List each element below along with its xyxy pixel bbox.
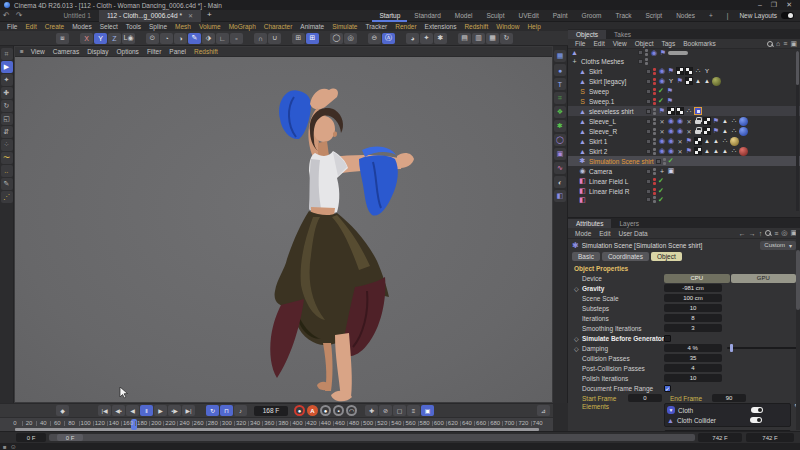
property-field[interactable]: 8	[664, 314, 722, 322]
tri-tag[interactable]: ▲	[721, 147, 729, 155]
property-field[interactable]: -981 cm	[664, 284, 722, 292]
eye-tag[interactable]: ◉	[658, 77, 666, 85]
new-layouts-label[interactable]: New Layouts	[739, 12, 777, 19]
property-field[interactable]: 35	[664, 354, 722, 362]
workplane-icon[interactable]: ✎	[188, 33, 201, 44]
property-checkbox[interactable]	[664, 335, 671, 342]
x-tag[interactable]: ✕	[676, 147, 684, 155]
viewport-menu-redshift[interactable]: Redshift	[190, 48, 222, 55]
menu-edit[interactable]: Edit	[21, 23, 40, 30]
dots-tag[interactable]: ∴	[685, 107, 693, 115]
tri-tag[interactable]: ▲	[694, 77, 702, 85]
home-icon[interactable]: ⌂	[776, 40, 780, 47]
x-tag[interactable]: ✕	[658, 127, 666, 135]
grid-icon[interactable]: ⊞	[292, 33, 305, 44]
live-selection-icon[interactable]: ▶	[1, 61, 13, 73]
model-mode-icon[interactable]: ◔	[160, 33, 173, 44]
tab-takes[interactable]: Takes	[606, 30, 639, 39]
layout-tab-groom[interactable]: Groom	[575, 10, 609, 22]
element-item-cloth[interactable]: ▼Cloth	[667, 405, 788, 415]
render-settings-icon[interactable]: ✱	[434, 33, 447, 44]
attr-tab-object[interactable]: Object	[651, 252, 682, 261]
document-tab[interactable]: Untitled 1	[55, 10, 98, 22]
search-icon[interactable]	[765, 230, 771, 236]
spline-icon[interactable]: ∿	[554, 162, 566, 174]
texture-mode-icon[interactable]: ◑	[174, 33, 187, 44]
tri-tag[interactable]: ▲	[712, 137, 720, 145]
sound-button[interactable]: ♪	[234, 405, 247, 416]
autokey-button[interactable]: A	[307, 405, 318, 416]
corner-icon[interactable]: ∟	[216, 33, 229, 44]
play-forward-button[interactable]: ▶	[154, 405, 167, 416]
menu-mesh[interactable]: Mesh	[171, 23, 195, 30]
object-row-linear-field-l[interactable]: ◧Linear Field L✓	[568, 176, 800, 186]
attr-tab-basic[interactable]: Basic	[572, 252, 600, 261]
visibility-dots[interactable]	[653, 168, 656, 175]
range-end-field[interactable]: 742 F	[746, 433, 794, 442]
nav-arrow-icon[interactable]: ←	[739, 230, 746, 237]
checker-tag[interactable]	[694, 147, 702, 155]
visibility-dots[interactable]	[653, 98, 656, 105]
menu-animate[interactable]: Animate	[296, 23, 328, 30]
viewport-hamburger-icon[interactable]: ≡	[18, 48, 26, 55]
scale-toggle[interactable]: ⊘	[379, 405, 392, 416]
gpu-button[interactable]: GPU	[731, 274, 797, 283]
subdivision-icon[interactable]: ⌗	[554, 92, 566, 104]
objects-menu-file[interactable]: File	[571, 40, 589, 47]
object-row-sleeve-r[interactable]: ▲Sleeve_R✕◉◉✕⚑▲∴	[568, 126, 800, 136]
element-enable-toggle[interactable]	[750, 417, 762, 423]
tri-tag[interactable]: ▲	[703, 137, 711, 145]
viewport-menu-panel[interactable]: Panel	[165, 48, 190, 55]
tab-objects[interactable]: Objects	[568, 30, 606, 39]
visibility-dots[interactable]	[653, 128, 656, 135]
record-rotation-button[interactable]: ◠	[346, 405, 357, 416]
flag-tag[interactable]: ⚑	[667, 67, 675, 75]
menu-extensions[interactable]: Extensions	[421, 23, 461, 30]
status-history-icon[interactable]: ⊙	[11, 443, 16, 450]
pick-tool-icon[interactable]: ✦	[1, 74, 13, 86]
viewport-menu-cameras[interactable]: Cameras	[49, 48, 83, 55]
pla-toggle[interactable]: ▣	[421, 405, 434, 416]
tri-tag[interactable]: ▲	[712, 147, 720, 155]
tab-layers[interactable]: Layers	[611, 219, 647, 228]
record-button[interactable]: ●	[294, 405, 305, 416]
property-field[interactable]: 10	[664, 374, 722, 382]
hanger-tag[interactable]: Y	[667, 77, 675, 85]
object-enable-checkbox[interactable]	[646, 197, 651, 202]
undo-icon[interactable]: ↶	[3, 11, 10, 20]
maximize-button[interactable]: ❐	[771, 1, 777, 9]
dots-tag[interactable]: ∴	[730, 127, 738, 135]
anim-diamond-icon[interactable]: ◇	[574, 345, 582, 352]
viewport-menu-filter[interactable]: Filter	[143, 48, 165, 55]
objects-scrollbar[interactable]	[796, 51, 799, 211]
material-sphere-tag[interactable]	[712, 77, 721, 86]
checker-tag[interactable]	[685, 77, 693, 85]
panel-option-icon[interactable]: ≡	[774, 230, 778, 237]
menu-help[interactable]: Help	[523, 23, 544, 30]
x-tag[interactable]: ✕	[658, 117, 666, 125]
visibility-dots[interactable]	[653, 118, 656, 125]
lock-tag[interactable]	[694, 117, 702, 125]
eye-tag[interactable]: ◉	[650, 49, 658, 56]
object-row-sleeveless-shirt[interactable]: ▲sleeveless shirt⚑∴	[568, 106, 800, 116]
property-checkbox[interactable]: ✓	[664, 385, 671, 392]
play-mode-button[interactable]: ⊓	[220, 405, 233, 416]
brush-icon[interactable]: ⋰	[1, 191, 13, 203]
flag-tag[interactable]: ⚑	[712, 117, 720, 125]
x-tag[interactable]: ✕	[685, 117, 693, 125]
coord-system-button[interactable]: L◉	[122, 33, 135, 44]
grid-snap-icon[interactable]: ⊞	[306, 33, 319, 44]
object-row-linear-field-r[interactable]: ◧Linear Field R✓	[568, 186, 800, 196]
tri-tag[interactable]: ▲	[703, 147, 711, 155]
layout-3-icon[interactable]: ▦	[486, 33, 499, 44]
magnet-icon[interactable]: ∩	[254, 33, 267, 44]
generator-gear-icon[interactable]: ✱	[554, 120, 566, 132]
object-row-sweep[interactable]: SSweep✓⚑	[568, 86, 800, 96]
layout-2-icon[interactable]: ▥	[472, 33, 485, 44]
range-slider-track[interactable]: 0 F	[49, 434, 695, 441]
snap-split-icon[interactable]: ⇵	[1, 126, 13, 138]
loop-button[interactable]: ↻	[206, 405, 219, 416]
objects-menu-tags[interactable]: Tags	[657, 40, 679, 47]
material-sphere-tag[interactable]	[739, 127, 748, 136]
cross-tag[interactable]: +	[658, 167, 666, 175]
